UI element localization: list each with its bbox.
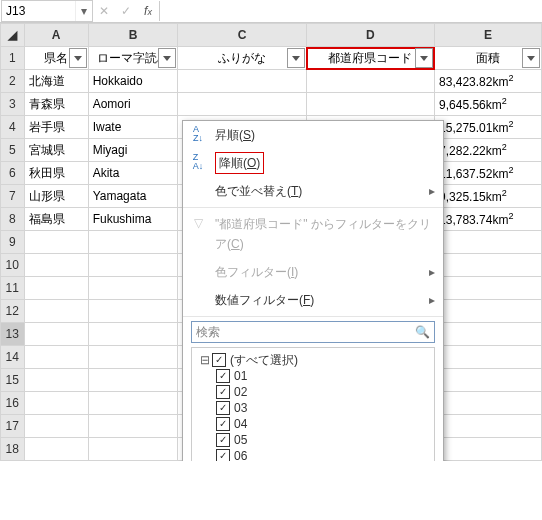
cell[interactable] bbox=[178, 70, 306, 93]
row-header[interactable]: 10 bbox=[1, 254, 25, 277]
cell[interactable] bbox=[24, 323, 88, 346]
checkbox-icon[interactable]: ✓ bbox=[216, 369, 230, 383]
cell[interactable] bbox=[435, 369, 542, 392]
cell[interactable]: 岩手県 bbox=[24, 116, 88, 139]
cell[interactable] bbox=[24, 369, 88, 392]
cell[interactable]: 11,637.52km2 bbox=[435, 162, 542, 185]
cell[interactable]: 9,325.15km2 bbox=[435, 185, 542, 208]
fx-icon[interactable]: fx bbox=[137, 4, 159, 18]
name-box[interactable]: J13 ▾ bbox=[1, 0, 93, 22]
row-header[interactable]: 1 bbox=[1, 47, 25, 70]
filter-button[interactable] bbox=[287, 48, 305, 68]
cell[interactable]: Aomori bbox=[88, 93, 178, 116]
filter-button[interactable] bbox=[69, 48, 87, 68]
cell-E1[interactable]: 面積 bbox=[435, 47, 542, 70]
cell[interactable] bbox=[88, 369, 178, 392]
cell[interactable] bbox=[24, 346, 88, 369]
cell[interactable]: 7,282.22km2 bbox=[435, 139, 542, 162]
cell[interactable]: Fukushima bbox=[88, 208, 178, 231]
cell[interactable]: 山形県 bbox=[24, 185, 88, 208]
cell[interactable] bbox=[306, 70, 434, 93]
filter-value-item[interactable]: ✓03 bbox=[200, 400, 430, 416]
cell[interactable] bbox=[88, 277, 178, 300]
cell[interactable] bbox=[88, 438, 178, 461]
cell[interactable] bbox=[24, 438, 88, 461]
cell[interactable]: 83,423.82km2 bbox=[435, 70, 542, 93]
cell[interactable]: 9,645.56km2 bbox=[435, 93, 542, 116]
col-C[interactable]: C bbox=[178, 24, 306, 47]
cell[interactable] bbox=[88, 415, 178, 438]
cell-C1[interactable]: ふりがな bbox=[178, 47, 306, 70]
row-header[interactable]: 8 bbox=[1, 208, 25, 231]
cell[interactable] bbox=[88, 346, 178, 369]
cell[interactable] bbox=[24, 231, 88, 254]
col-A[interactable]: A bbox=[24, 24, 88, 47]
cell[interactable]: Miyagi bbox=[88, 139, 178, 162]
cell[interactable]: Hokkaido bbox=[88, 70, 178, 93]
cell[interactable]: 宮城県 bbox=[24, 139, 88, 162]
row-header[interactable]: 7 bbox=[1, 185, 25, 208]
filter-value-item[interactable]: ✓01 bbox=[200, 368, 430, 384]
filter-button[interactable] bbox=[415, 48, 433, 68]
cell[interactable]: 秋田県 bbox=[24, 162, 88, 185]
checkbox-icon[interactable]: ✓ bbox=[212, 353, 226, 367]
cell[interactable] bbox=[24, 277, 88, 300]
number-filter[interactable]: 数値フィルター(F) ▸ bbox=[183, 286, 443, 314]
row-header[interactable]: 4 bbox=[1, 116, 25, 139]
sort-ascending[interactable]: AZ↓ 昇順(S) bbox=[183, 121, 443, 149]
checkbox-icon[interactable]: ✓ bbox=[216, 417, 230, 431]
cell[interactable]: 青森県 bbox=[24, 93, 88, 116]
row-header[interactable]: 11 bbox=[1, 277, 25, 300]
cell-A1[interactable]: 県名 bbox=[24, 47, 88, 70]
checkbox-icon[interactable]: ✓ bbox=[216, 433, 230, 447]
row-header[interactable]: 14 bbox=[1, 346, 25, 369]
filter-value-item[interactable]: ✓04 bbox=[200, 416, 430, 432]
cell[interactable] bbox=[435, 231, 542, 254]
cell-D1[interactable]: 都道府県コード bbox=[306, 47, 434, 70]
cell[interactable] bbox=[88, 323, 178, 346]
checkbox-icon[interactable]: ✓ bbox=[216, 401, 230, 415]
cell[interactable] bbox=[24, 300, 88, 323]
cell[interactable] bbox=[435, 346, 542, 369]
cell[interactable] bbox=[435, 277, 542, 300]
cell[interactable] bbox=[435, 300, 542, 323]
filter-value-item[interactable]: ✓06 bbox=[200, 448, 430, 461]
cell[interactable] bbox=[24, 415, 88, 438]
row-header[interactable]: 12 bbox=[1, 300, 25, 323]
cell[interactable] bbox=[435, 323, 542, 346]
cell[interactable] bbox=[435, 254, 542, 277]
cell[interactable]: 北海道 bbox=[24, 70, 88, 93]
cell[interactable]: Akita bbox=[88, 162, 178, 185]
row-header[interactable]: 6 bbox=[1, 162, 25, 185]
filter-values-tree[interactable]: ⊟✓(すべて選択) ✓01✓02✓03✓04✓05✓06✓07 ⋮ bbox=[191, 347, 435, 461]
cell[interactable] bbox=[24, 254, 88, 277]
select-all-corner[interactable]: ◢ bbox=[1, 24, 25, 47]
filter-search[interactable]: 検索 🔍 bbox=[191, 321, 435, 343]
cell[interactable]: 福島県 bbox=[24, 208, 88, 231]
col-E[interactable]: E bbox=[435, 24, 542, 47]
cell[interactable] bbox=[435, 392, 542, 415]
checkbox-icon[interactable]: ✓ bbox=[216, 385, 230, 399]
cell[interactable] bbox=[88, 231, 178, 254]
cell[interactable] bbox=[88, 254, 178, 277]
checkbox-icon[interactable]: ✓ bbox=[216, 449, 230, 461]
row-header[interactable]: 17 bbox=[1, 415, 25, 438]
filter-value-item[interactable]: ✓05 bbox=[200, 432, 430, 448]
row-header[interactable]: 18 bbox=[1, 438, 25, 461]
cell[interactable] bbox=[306, 93, 434, 116]
filter-button[interactable] bbox=[522, 48, 540, 68]
row-header[interactable]: 2 bbox=[1, 70, 25, 93]
cell[interactable]: Yamagata bbox=[88, 185, 178, 208]
col-D[interactable]: D bbox=[306, 24, 434, 47]
chevron-down-icon[interactable]: ▾ bbox=[75, 1, 92, 21]
row-header[interactable]: 13 bbox=[1, 323, 25, 346]
sort-by-color[interactable]: 色で並べ替え(T) ▸ bbox=[183, 177, 443, 205]
cell[interactable] bbox=[435, 438, 542, 461]
cell[interactable]: 15,275.01km2 bbox=[435, 116, 542, 139]
row-header[interactable]: 3 bbox=[1, 93, 25, 116]
sort-descending[interactable]: ZA↓ 降順(O) bbox=[183, 149, 443, 177]
row-header[interactable]: 16 bbox=[1, 392, 25, 415]
cell[interactable] bbox=[435, 415, 542, 438]
row-header[interactable]: 15 bbox=[1, 369, 25, 392]
row-header[interactable]: 5 bbox=[1, 139, 25, 162]
